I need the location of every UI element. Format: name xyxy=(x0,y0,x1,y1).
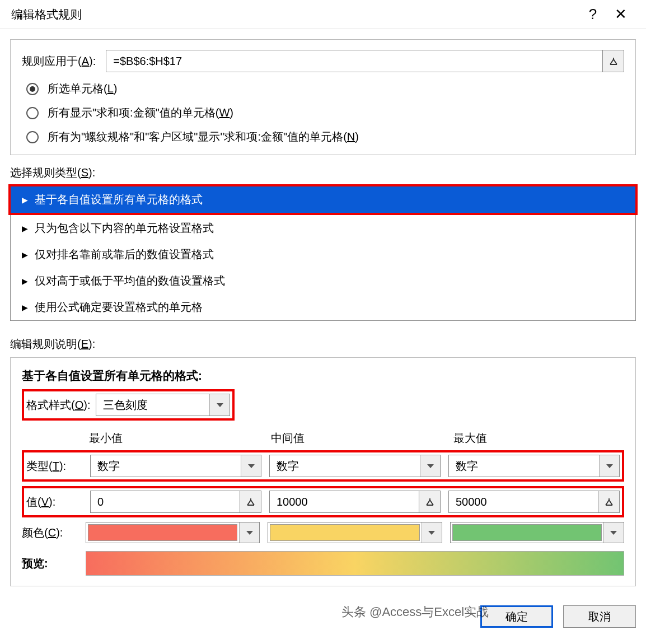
radio-icon xyxy=(26,107,39,119)
rule-type-item-4[interactable]: ▶ 使用公式确定要设置格式的单元格 xyxy=(11,294,635,320)
chevron-down-icon[interactable] xyxy=(599,455,619,477)
value-label: 值(V): xyxy=(26,494,82,510)
range-picker-icon[interactable] xyxy=(419,491,440,512)
chevron-down-icon[interactable] xyxy=(420,455,440,477)
color-min-dropdown[interactable] xyxy=(86,522,260,543)
type-label: 类型(T): xyxy=(26,459,82,474)
apply-to-input[interactable]: =$B$6:$H$17 xyxy=(106,50,624,72)
arrow-icon: ▶ xyxy=(22,224,28,233)
cancel-button[interactable]: 取消 xyxy=(563,605,636,628)
color-label: 颜色(C): xyxy=(22,525,78,540)
rule-type-item-1[interactable]: ▶ 只为包含以下内容的单元格设置格式 xyxy=(11,215,635,241)
close-button[interactable]: ✕ xyxy=(607,3,635,26)
watermark: 头条 @Access与Excel实战 xyxy=(341,604,489,620)
chevron-down-icon[interactable] xyxy=(241,455,261,477)
preview-label: 预览: xyxy=(22,556,78,571)
style-value: 三色刻度 xyxy=(96,398,209,413)
color-swatch xyxy=(88,524,237,541)
chevron-down-icon[interactable] xyxy=(603,522,624,543)
col-mid-label: 中间值 xyxy=(271,431,442,446)
radio-all-for-fields[interactable]: 所有为"螺纹规格"和"客户区域"显示"求和项:金额"值的单元格(N) xyxy=(26,129,624,144)
chevron-down-icon[interactable] xyxy=(422,522,442,543)
type-mid-dropdown[interactable]: 数字 xyxy=(269,455,441,477)
range-picker-icon[interactable] xyxy=(598,491,619,512)
type-min-dropdown[interactable]: 数字 xyxy=(90,455,261,477)
arrow-icon: ▶ xyxy=(22,195,28,204)
style-dropdown[interactable]: 三色刻度 xyxy=(96,394,230,416)
rule-type-label: 选择规则类型(S): xyxy=(10,165,636,180)
rule-type-item-2[interactable]: ▶ 仅对排名靠前或靠后的数值设置格式 xyxy=(11,241,635,268)
chevron-down-icon[interactable] xyxy=(209,394,230,416)
arrow-icon: ▶ xyxy=(22,277,28,286)
value-mid-input[interactable]: 10000 xyxy=(269,491,441,513)
radio-selected-cells[interactable]: 所选单元格(L) xyxy=(26,81,624,96)
type-max-dropdown[interactable]: 数字 xyxy=(448,455,620,477)
ok-button[interactable]: 确定 xyxy=(480,605,553,628)
preview-gradient xyxy=(86,551,624,576)
value-min-input[interactable]: 0 xyxy=(90,491,261,513)
rule-desc-section: 基于各自值设置所有单元格的格式: 格式样式(O): 三色刻度 最小值 中间值 最… xyxy=(10,357,636,586)
rule-type-list: ▶ 基于各自值设置所有单元格的格式 ▶ 只为包含以下内容的单元格设置格式 ▶ 仅… xyxy=(10,186,636,321)
range-picker-icon[interactable] xyxy=(602,50,624,72)
apply-to-label: 规则应用于(A): xyxy=(22,54,96,69)
radio-icon xyxy=(26,131,39,143)
radio-icon xyxy=(26,83,39,95)
style-label: 格式样式(O): xyxy=(26,398,90,413)
color-max-dropdown[interactable] xyxy=(450,522,624,543)
format-heading: 基于各自值设置所有单元格的格式: xyxy=(22,368,624,384)
rule-type-item-0[interactable]: ▶ 基于各自值设置所有单元格的格式 xyxy=(11,186,635,213)
chevron-down-icon[interactable] xyxy=(239,522,259,543)
dialog-title: 编辑格式规则 xyxy=(11,7,579,22)
color-mid-dropdown[interactable] xyxy=(268,522,442,543)
dialog-footer: 确定 取消 xyxy=(0,596,646,637)
edit-desc-label: 编辑规则说明(E): xyxy=(10,337,636,352)
col-max-label: 最大值 xyxy=(453,431,624,446)
apply-to-value: =$B$6:$H$17 xyxy=(106,55,602,68)
color-swatch xyxy=(452,524,602,541)
arrow-icon: ▶ xyxy=(22,250,28,259)
titlebar: 编辑格式规则 ? ✕ xyxy=(0,0,646,29)
range-picker-icon[interactable] xyxy=(240,491,261,512)
rule-type-item-3[interactable]: ▶ 仅对高于或低于平均值的数值设置格式 xyxy=(11,268,635,294)
help-button[interactable]: ? xyxy=(579,3,607,26)
value-max-input[interactable]: 50000 xyxy=(448,491,620,513)
arrow-icon: ▶ xyxy=(22,303,28,312)
apply-to-section: 规则应用于(A): =$B$6:$H$17 所选单元格(L) 所有显示"求和项:… xyxy=(10,39,636,155)
color-swatch xyxy=(270,524,419,541)
radio-all-showing[interactable]: 所有显示"求和项:金额"值的单元格(W) xyxy=(26,105,624,120)
col-min-label: 最小值 xyxy=(89,431,260,446)
